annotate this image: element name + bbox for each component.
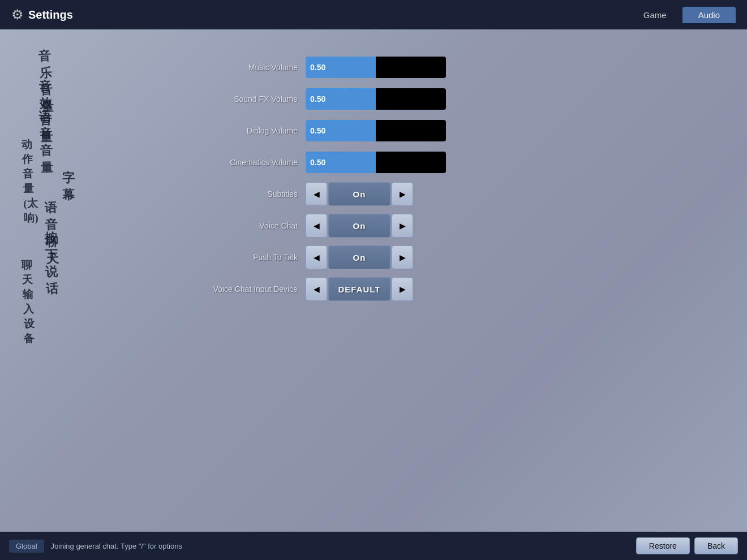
subtitles-value: On bbox=[328, 182, 390, 206]
page-title: Settings bbox=[28, 8, 628, 21]
label-push-to-talk: Push To Talk bbox=[192, 253, 306, 262]
back-button[interactable]: Back bbox=[694, 537, 738, 554]
volume-filled-sfx: 0.50 bbox=[306, 88, 376, 110]
volume-filled-music: 0.50 bbox=[306, 57, 376, 78]
volume-empty-sfx bbox=[376, 88, 446, 110]
bottom-buttons: Restore Back bbox=[636, 537, 738, 554]
voiceinput-next-button[interactable]: ▶ bbox=[392, 277, 413, 301]
tab-game[interactable]: Game bbox=[628, 7, 682, 23]
volume-empty-dialog bbox=[376, 120, 446, 141]
volume-filled-dialog: 0.50 bbox=[306, 120, 376, 141]
tab-audio[interactable]: Audio bbox=[682, 7, 736, 23]
tab-bar: Game Audio bbox=[628, 7, 736, 23]
setting-voice-chat: Voice Chat ◀ On ▶ bbox=[192, 210, 747, 241]
pushtotalk-next-button[interactable]: ▶ bbox=[392, 245, 413, 269]
voiceinput-value: DEFAULT bbox=[328, 277, 390, 301]
toggle-voice-chat: ◀ On ▶ bbox=[306, 214, 413, 238]
setting-dialog-volume: Dialog Volume 0.50 bbox=[192, 115, 747, 146]
setting-push-to-talk: Push To Talk ◀ On ▶ bbox=[192, 242, 747, 273]
label-voice-chat: Voice Chat bbox=[192, 221, 306, 230]
chat-message: Joining general chat. Type "/" for optio… bbox=[51, 542, 636, 550]
setting-voice-input-device: Voice Chat Input Device ◀ DEFAULT ▶ bbox=[192, 274, 747, 304]
subtitles-prev-button[interactable]: ◀ bbox=[306, 182, 327, 206]
global-tag: Global bbox=[9, 540, 44, 553]
bottom-bar: Global Joining general chat. Type "/" fo… bbox=[0, 532, 747, 560]
label-voice-input-device: Voice Chat Input Device bbox=[192, 285, 306, 294]
volume-empty-cinematics bbox=[376, 152, 446, 173]
setting-subtitles: Subtitles ◀ On ▶ bbox=[192, 179, 747, 209]
pushtotalk-prev-button[interactable]: ◀ bbox=[306, 245, 327, 269]
setting-cinematics-volume: Cinematics Volume 0.50 bbox=[192, 147, 747, 178]
label-music-volume: Music Volume bbox=[192, 63, 306, 72]
voicechat-next-button[interactable]: ▶ bbox=[392, 214, 413, 238]
voicechat-prev-button[interactable]: ◀ bbox=[306, 214, 327, 238]
slider-sfx-volume[interactable]: 0.50 bbox=[306, 88, 446, 110]
label-subtitles: Subtitles bbox=[192, 189, 306, 199]
setting-music-volume: Music Volume 0.50 bbox=[192, 52, 747, 83]
volume-filled-cinematics: 0.50 bbox=[306, 152, 376, 173]
settings-list: Music Volume 0.50 Sound FX Volume 0.50 D… bbox=[192, 52, 747, 305]
setting-sfx-volume: Sound FX Volume 0.50 bbox=[192, 84, 747, 114]
label-sfx-volume: Sound FX Volume bbox=[192, 94, 306, 104]
settings-main: Music Volume 0.50 Sound FX Volume 0.50 D… bbox=[0, 29, 747, 305]
voiceinput-prev-button[interactable]: ◀ bbox=[306, 277, 327, 301]
slider-dialog-volume[interactable]: 0.50 bbox=[306, 120, 446, 141]
toggle-push-to-talk: ◀ On ▶ bbox=[306, 245, 413, 269]
label-cinematics-volume: Cinematics Volume bbox=[192, 158, 306, 167]
pushtotalk-value: On bbox=[328, 245, 390, 269]
restore-button[interactable]: Restore bbox=[636, 537, 690, 554]
gear-icon: ⚙ bbox=[11, 7, 24, 23]
volume-empty-music bbox=[376, 57, 446, 78]
subtitles-next-button[interactable]: ▶ bbox=[392, 182, 413, 206]
slider-music-volume[interactable]: 0.50 bbox=[306, 57, 446, 78]
toggle-subtitles: ◀ On ▶ bbox=[306, 182, 413, 206]
toggle-voice-input: ◀ DEFAULT ▶ bbox=[306, 277, 413, 301]
label-dialog-volume: Dialog Volume bbox=[192, 126, 306, 135]
slider-cinematics-volume[interactable]: 0.50 bbox=[306, 152, 446, 173]
header: ⚙ Settings Game Audio bbox=[0, 0, 747, 29]
voicechat-value: On bbox=[328, 214, 390, 238]
